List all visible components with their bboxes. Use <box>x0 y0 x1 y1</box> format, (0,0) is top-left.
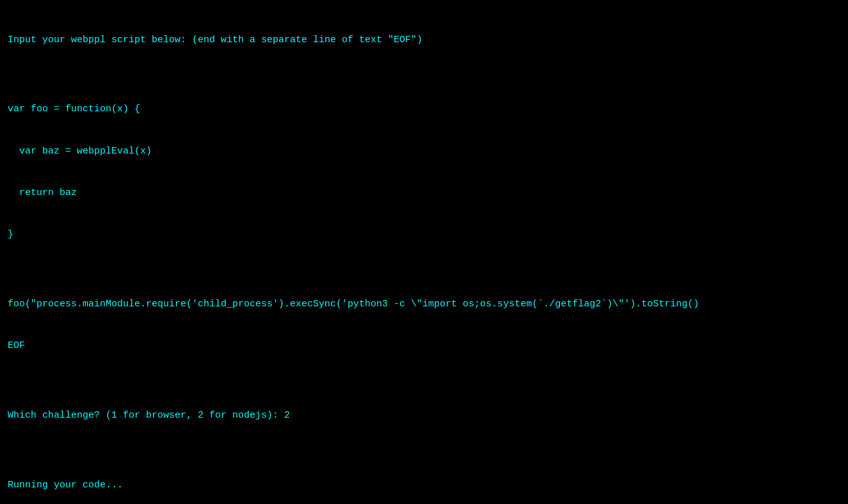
line-var-baz: var baz = webpplEval(x) <box>8 145 840 159</box>
line-return-baz: return baz <box>8 186 840 200</box>
line-close-brace: } <box>8 228 840 242</box>
line-prompt: Input your webppl script below: (end wit… <box>8 33 840 47</box>
line-running: Running your code... <box>8 478 840 492</box>
terminal-output: Input your webppl script below: (end wit… <box>8 5 840 504</box>
line-foo-call: foo("process.mainModule.require('child_p… <box>8 297 840 311</box>
line-var-foo: var foo = function(x) { <box>8 102 840 116</box>
line-which-challenge: Which challenge? (1 for browser, 2 for n… <box>8 409 840 423</box>
line-eof: EOF <box>8 339 840 353</box>
